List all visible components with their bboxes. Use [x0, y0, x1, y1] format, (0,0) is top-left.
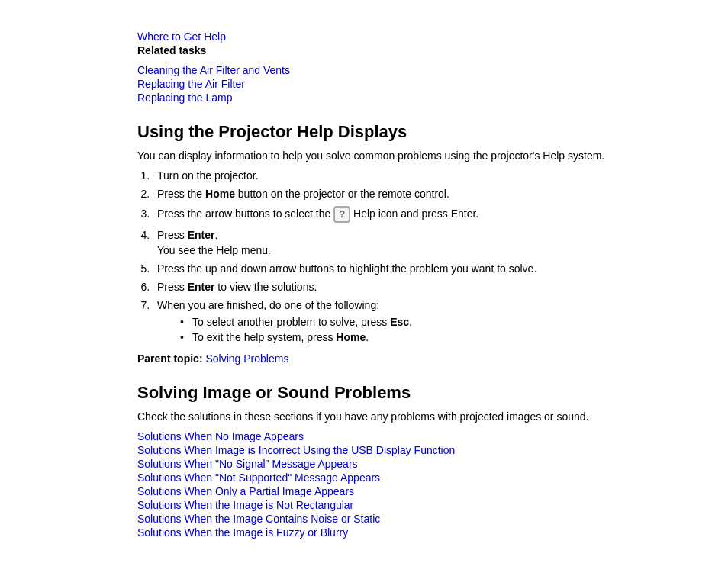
section-help-displays: Using the Projector Help Displays You ca…: [137, 122, 667, 365]
section1-title: Using the Projector Help Displays: [137, 122, 667, 142]
section2-links: Solutions When No Image Appears Solution…: [137, 430, 667, 539]
bullet-item-2: To exit the help system, press Home.: [180, 331, 667, 343]
step-6: Press Enter to view the solutions.: [153, 281, 667, 293]
step-1: Turn on the projector.: [153, 169, 667, 182]
section2-desc: Check the solutions in these sections if…: [137, 410, 667, 423]
step-3: Press the arrow buttons to select the ? …: [153, 206, 667, 223]
bullet-2-bold: Home: [336, 331, 366, 343]
bullet-1-bold: Esc: [390, 316, 409, 328]
parent-topic: Parent topic: Solving Problems: [137, 352, 667, 365]
solution-link-1[interactable]: Solutions When No Image Appears: [137, 430, 667, 442]
step-1-text: Turn on the projector.: [157, 169, 259, 182]
step-2-bold: Home: [205, 188, 235, 200]
solution-link-3[interactable]: Solutions When "No Signal" Message Appea…: [137, 458, 667, 470]
help-icon: ?: [333, 206, 350, 223]
bullet-2-after: .: [366, 331, 369, 343]
solution-link-6[interactable]: Solutions When the Image is Not Rectangu…: [137, 499, 667, 511]
step-4-before: Press: [157, 229, 188, 241]
bullet-1-after: .: [409, 316, 412, 328]
solution-link-4[interactable]: Solutions When "Not Supported" Message A…: [137, 471, 667, 484]
step-6-before: Press: [157, 281, 188, 293]
step-7: When you are finished, do one of the fol…: [153, 299, 667, 343]
parent-topic-link[interactable]: Solving Problems: [205, 352, 288, 365]
section1-desc: You can display information to help you …: [137, 150, 667, 162]
related-task-link-1[interactable]: Cleaning the Air Filter and Vents: [137, 64, 667, 76]
solution-link-2[interactable]: Solutions When Image is Incorrect Using …: [137, 444, 667, 456]
step-6-after: to view the solutions.: [214, 281, 317, 293]
step-4-bold: Enter: [188, 229, 215, 241]
parent-topic-label: Parent topic:: [137, 352, 203, 365]
bullet-item-1: To select another problem to solve, pres…: [180, 316, 667, 328]
solution-link-7[interactable]: Solutions When the Image Contains Noise …: [137, 513, 667, 525]
step-5: Press the up and down arrow buttons to h…: [153, 262, 667, 275]
step-3-content: Press the arrow buttons to select the ? …: [157, 208, 478, 220]
related-tasks-label: Related tasks: [137, 44, 667, 56]
step-4: Press Enter. You see the Help menu.: [153, 229, 667, 256]
bullet-2-before: To exit the help system, press: [192, 331, 336, 343]
related-task-link-3[interactable]: Replacing the Lamp: [137, 92, 667, 104]
related-task-link-2[interactable]: Replacing the Air Filter: [137, 78, 667, 90]
step-4-dot: .: [214, 229, 217, 241]
section2-title: Solving Image or Sound Problems: [137, 383, 667, 403]
related-tasks-links: Cleaning the Air Filter and Vents Replac…: [137, 64, 667, 104]
where-to-get-help-link[interactable]: Where to Get Help: [137, 31, 667, 43]
section-image-sound: Solving Image or Sound Problems Check th…: [137, 383, 667, 539]
step-4-sub: You see the Help menu.: [157, 244, 667, 256]
related-tasks-section: Related tasks Cleaning the Air Filter an…: [137, 44, 667, 104]
step-2-after: button on the projector or the remote co…: [235, 188, 449, 200]
steps-list: Turn on the projector. Press the Home bu…: [153, 169, 667, 343]
solution-link-8[interactable]: Solutions When the Image is Fuzzy or Blu…: [137, 526, 667, 539]
step-5-text: Press the up and down arrow buttons to h…: [157, 262, 536, 275]
step-7-text: When you are finished, do one of the fol…: [157, 299, 379, 311]
step-2-before: Press the: [157, 188, 205, 200]
bullet-1-before: To select another problem to solve, pres…: [192, 316, 390, 328]
step-2: Press the Home button on the projector o…: [153, 188, 667, 200]
bullet-list: To select another problem to solve, pres…: [180, 316, 667, 343]
step-6-bold: Enter: [188, 281, 215, 293]
solution-link-5[interactable]: Solutions When Only a Partial Image Appe…: [137, 485, 667, 497]
